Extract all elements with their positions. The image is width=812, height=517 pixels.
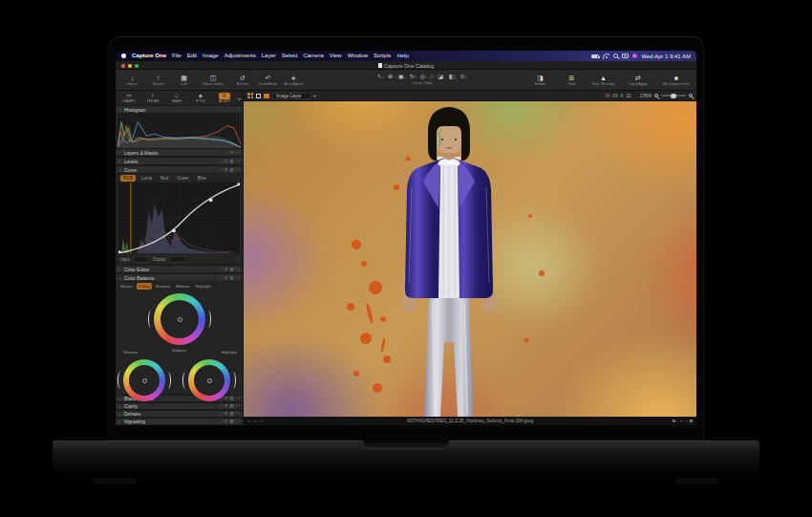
gradient-mask-tool-icon[interactable]: ◧ bbox=[449, 73, 457, 81]
curve-input-field[interactable] bbox=[133, 256, 150, 263]
exposure-warning-button[interactable]: ▲ Exp. Warning bbox=[590, 74, 616, 87]
brush-icon[interactable]: ∕ bbox=[222, 402, 223, 410]
curve-output-field[interactable] bbox=[169, 256, 186, 263]
tab-shape[interactable]: ◇ SHAPE bbox=[165, 93, 188, 104]
photo[interactable] bbox=[244, 101, 696, 417]
menu-item-help[interactable]: Help bbox=[396, 51, 408, 61]
section-header-dehaze[interactable]: › Dehaze ∕ ↺ ▤ ⋯ bbox=[116, 410, 243, 418]
copy-icon[interactable]: ▤ bbox=[229, 274, 233, 282]
curve-graph[interactable] bbox=[118, 183, 240, 253]
copy-icon[interactable]: ▤ bbox=[229, 166, 233, 174]
brush-icon[interactable]: ∕ bbox=[227, 149, 228, 157]
reset-icon[interactable]: ↺ bbox=[224, 418, 227, 425]
reset-icon[interactable]: ↺ bbox=[224, 166, 227, 174]
copy-icon[interactable]: ▤ bbox=[229, 402, 233, 410]
menu-item-app[interactable]: Capture One bbox=[132, 51, 166, 61]
menu-item-window[interactable]: Window bbox=[348, 51, 368, 61]
proof-profile-icon[interactable] bbox=[264, 94, 269, 98]
menu-item-edit[interactable]: Edit bbox=[187, 51, 197, 61]
erase-mask-tool-icon[interactable]: ◪ bbox=[438, 73, 445, 81]
highlight-color-wheel[interactable] bbox=[188, 359, 230, 401]
copy-icon[interactable]: ▤ bbox=[229, 266, 233, 273]
more-icon[interactable]: ⋯ bbox=[236, 166, 241, 174]
curve-point-picker-icon[interactable]: ∕ bbox=[237, 256, 238, 262]
reset-icon[interactable]: ↺ bbox=[224, 266, 227, 273]
curve-tab-rgb[interactable]: RGB bbox=[120, 175, 136, 182]
section-header-color-balance[interactable]: ⌄ Color Balance ∕ ↺ ▤ ⋯ bbox=[116, 273, 243, 282]
wheel-tick[interactable] bbox=[205, 311, 211, 328]
reset-icon[interactable]: ↺ bbox=[224, 274, 227, 282]
draw-mask-tool-icon[interactable]: ∕ bbox=[431, 73, 435, 81]
menu-item-adjustments[interactable]: Adjustments bbox=[224, 51, 256, 61]
wheel-tick[interactable] bbox=[148, 311, 154, 328]
wheel-tick[interactable] bbox=[165, 372, 171, 389]
more-icon[interactable]: ⋯ bbox=[236, 158, 241, 165]
cb-tab-midtone[interactable]: Midtone bbox=[174, 283, 192, 290]
crop-tool-icon[interactable]: ▣ bbox=[398, 73, 406, 81]
menu-item-image[interactable]: Image bbox=[203, 51, 219, 61]
section-header-levels[interactable]: › Levels ∕ ↺ ▤ ⋯ bbox=[116, 157, 243, 165]
pan-tool-icon[interactable]: ⊕ bbox=[388, 73, 395, 81]
apple-logo-icon[interactable] bbox=[121, 54, 126, 58]
shadow-color-wheel[interactable] bbox=[123, 359, 165, 401]
brush-icon[interactable]: ∕ bbox=[222, 166, 223, 174]
brush-icon[interactable]: ∕ bbox=[222, 266, 223, 273]
pointer-tool-icon[interactable]: ↖ bbox=[377, 73, 385, 81]
more-icon[interactable]: ⋯ bbox=[236, 410, 241, 418]
menu-item-select[interactable]: Select bbox=[282, 51, 298, 61]
section-header-curve[interactable]: ⌄ Curve ∕ ↺ ▤ ⋯ bbox=[116, 165, 243, 174]
before-after-button[interactable]: ◨ Before bbox=[527, 74, 553, 87]
cb-tab-master[interactable]: Master bbox=[118, 283, 135, 290]
zoom-in-icon[interactable] bbox=[689, 94, 693, 97]
copy-apply-button[interactable]: ⇄ Copy/Apply bbox=[622, 74, 654, 87]
siri-icon[interactable] bbox=[632, 54, 637, 58]
layer-dropdown[interactable]: Image Layer ⌄ bbox=[272, 93, 310, 99]
more-icon[interactable]: ⋯ bbox=[236, 418, 241, 425]
more-icon[interactable]: ⋯ bbox=[236, 106, 241, 114]
battery-icon[interactable] bbox=[591, 54, 599, 58]
midtone-color-wheel[interactable] bbox=[154, 293, 205, 345]
brush-icon[interactable]: ∕ bbox=[222, 158, 223, 165]
section-header-vignetting[interactable]: › Vignetting ∕ ↺ ▤ ⋯ bbox=[116, 418, 243, 425]
grid-button[interactable]: ⊞ Grid bbox=[559, 74, 585, 87]
zoom-out-icon[interactable] bbox=[654, 94, 658, 97]
curve-tab-red[interactable]: Red bbox=[158, 175, 171, 182]
reset-icon[interactable]: ↺ bbox=[230, 149, 234, 157]
more-icon[interactable]: ⋯ bbox=[236, 274, 241, 282]
revert-button[interactable]: ↺ Revert bbox=[229, 74, 255, 87]
cb-tab-3way[interactable]: 3-Way bbox=[137, 283, 152, 290]
reset-icon[interactable]: ↺ bbox=[224, 158, 227, 165]
undo-redo-button[interactable]: ↶ Undo/Redo bbox=[255, 74, 281, 87]
menu-clock[interactable]: Wed Apr 1 9:41 AM bbox=[641, 54, 691, 59]
section-header-layers-masks[interactable]: › Layers & Masks ∕ ↺ ⋯ bbox=[116, 148, 243, 157]
section-header-histogram[interactable]: ⌄ Histogram ⋯ bbox=[116, 105, 243, 114]
more-tabs-chevron-icon[interactable]: » bbox=[238, 96, 241, 101]
curve-tab-green[interactable]: Green bbox=[174, 175, 192, 182]
cb-tab-shadow[interactable]: Shadow bbox=[154, 283, 172, 290]
wifi-icon[interactable] bbox=[603, 54, 609, 59]
zoom-slider-handle[interactable] bbox=[671, 94, 676, 98]
pager-last-icon[interactable] bbox=[690, 420, 693, 422]
copy-icon[interactable]: ▤ bbox=[229, 158, 233, 165]
zoom-slider[interactable] bbox=[661, 95, 686, 97]
curve-tab-luma[interactable]: Luma bbox=[139, 175, 155, 182]
more-icon[interactable]: ⋯ bbox=[236, 266, 241, 273]
tab-library[interactable]: ▭ LIBRARY bbox=[118, 93, 140, 104]
cb-tab-highlight[interactable]: Highlight bbox=[194, 283, 213, 290]
export-button[interactable]: ↑ Export bbox=[145, 74, 171, 87]
wheel-tick[interactable] bbox=[182, 372, 188, 389]
reset-icon[interactable]: ↺ bbox=[224, 395, 227, 402]
section-header-color-editor[interactable]: › Color Editor ∕ ↺ ▤ ⋯ bbox=[116, 265, 243, 273]
menu-item-view[interactable]: View bbox=[330, 51, 342, 61]
menu-item-layer[interactable]: Layer bbox=[262, 51, 276, 61]
tab-tether[interactable]: ≀ TETHER bbox=[141, 93, 164, 104]
menu-item-camera[interactable]: Camera bbox=[303, 51, 323, 61]
curve-tab-blue[interactable]: Blue bbox=[195, 175, 209, 182]
control-center-icon[interactable] bbox=[622, 54, 629, 58]
copy-icon[interactable]: ▤ bbox=[229, 395, 233, 402]
pager-first-icon[interactable] bbox=[673, 420, 675, 422]
browser-pager[interactable] bbox=[673, 420, 693, 422]
more-icon[interactable]: ⋯ bbox=[236, 402, 241, 410]
tab-adjust[interactable]: ≡ ADJUST bbox=[213, 93, 236, 104]
import-button[interactable]: ↓ Import bbox=[119, 74, 145, 87]
